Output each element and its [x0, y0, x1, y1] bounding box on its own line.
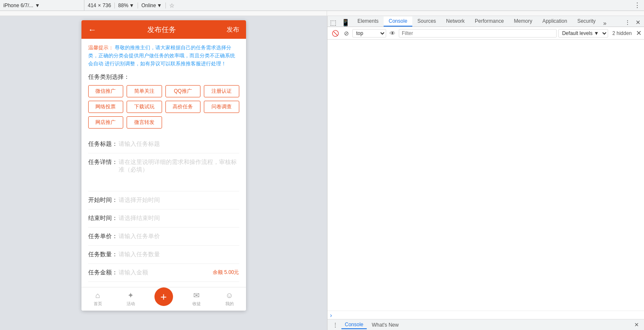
- category-btn-weibo[interactable]: 微言转发: [127, 116, 162, 129]
- bottom-close-icon[interactable]: ✕: [633, 321, 641, 329]
- devtools-tab-actions: ⋮ ✕: [623, 18, 644, 27]
- zoom-value: 88%: [118, 3, 128, 8]
- form-row-amount: 任务金额： 请输入金额 余额 5.00元: [88, 264, 239, 282]
- devtools-panel: ⬚ 📱 Elements Console Sources Network Per…: [327, 16, 644, 330]
- bottom-settings-icon[interactable]: ⋮: [331, 321, 340, 329]
- bottom-nav: ⌂ 首页 ✦ 活动 + ✉ 收徒 ☺ 我的: [81, 287, 246, 311]
- console-prompt-arrow: ›: [330, 312, 332, 319]
- bottom-tab-console[interactable]: Console: [341, 321, 367, 329]
- bookmark-icon[interactable]: ☆: [166, 2, 178, 9]
- category-btn-gaojia[interactable]: 高价任务: [165, 101, 201, 113]
- inspect-icon[interactable]: ⬚: [327, 19, 339, 27]
- device-toggle-icon[interactable]: 📱: [339, 19, 352, 27]
- publish-action-button[interactable]: 发布: [227, 26, 239, 34]
- ruler-left: [0, 11, 327, 16]
- tab-application[interactable]: Application: [537, 16, 572, 27]
- form-row-end-time: 结束时间： 请选择结束时间: [88, 209, 239, 228]
- tab-performance[interactable]: Performance: [470, 16, 509, 27]
- category-btn-wenjuan[interactable]: 问卷调查: [204, 101, 239, 113]
- network-dropdown-icon: ▼: [157, 3, 162, 8]
- app-body: 温馨提示： 尊敬的推推主们，请大家根据自己的任务需求选择分类，正确的分类会提供用…: [81, 39, 246, 287]
- category-btn-weixin[interactable]: 微信推广: [88, 85, 124, 97]
- activity-icon: ✦: [127, 291, 134, 300]
- device-dropdown-icon[interactable]: ▼: [35, 3, 40, 8]
- filter-input[interactable]: [399, 29, 557, 38]
- clear-console-button[interactable]: 🚫: [330, 29, 341, 38]
- nav-receive[interactable]: ✉ 收徒: [180, 287, 213, 311]
- form-row-detail: 任务详情： 请在这里说明详细的需求和操作流程，审核标准（必填）: [88, 153, 239, 191]
- network-value: Online: [141, 3, 156, 8]
- ruler-strip: [0, 11, 644, 16]
- form-label-title: 任务标题：: [88, 140, 119, 148]
- form-input-end-time[interactable]: 请选择结束时间: [119, 215, 239, 222]
- zoom-selector[interactable]: 88% ▼: [115, 3, 138, 8]
- console-body: ›: [327, 40, 644, 319]
- devtools-tabs: ⬚ 📱 Elements Console Sources Network Per…: [327, 16, 644, 27]
- browser-chrome: iPhone 6/7/... ▼ 414 × 736 88% ▼ Online …: [0, 0, 644, 11]
- form-label-end-time: 结束时间：: [88, 215, 119, 222]
- mobile-preview-panel: ← 发布任务 发布 温馨提示： 尊敬的推推主们，请大家根据自己的任务需求选择分类…: [0, 16, 327, 330]
- nav-mine[interactable]: ☺ 我的: [213, 287, 246, 311]
- page-title: 发布任务: [147, 25, 176, 35]
- filter-close-icon[interactable]: ✕: [636, 29, 641, 37]
- tabs-more-icon[interactable]: »: [601, 20, 609, 27]
- tab-console[interactable]: Console: [384, 16, 412, 27]
- eye-icon[interactable]: 👁: [388, 29, 397, 38]
- nav-publish[interactable]: +: [147, 287, 180, 311]
- publish-plus-icon: +: [160, 290, 167, 303]
- network-selector[interactable]: Online ▼: [138, 3, 166, 8]
- tab-sources[interactable]: Sources: [412, 16, 441, 27]
- category-btn-zhuce[interactable]: 注册认证: [204, 85, 239, 97]
- log-levels-selector[interactable]: Default levels ▼: [558, 29, 608, 38]
- devtools-close-icon[interactable]: ✕: [634, 18, 642, 27]
- device-name: iPhone 6/7/...: [3, 3, 33, 8]
- devtools-toolbar: 🚫 ⊘ top 👁 Default levels ▼ 2 hidden ✕: [327, 27, 644, 40]
- tab-elements[interactable]: Elements: [352, 16, 384, 27]
- category-section-title: 任务类别选择：: [88, 73, 239, 81]
- form-input-detail[interactable]: 请在这里说明详细的需求和操作流程，审核标准（必填）: [119, 158, 239, 174]
- form-label-amount: 任务金额：: [88, 269, 119, 276]
- nav-activity[interactable]: ✦ 活动: [114, 287, 147, 311]
- viewport-height: 736: [103, 3, 111, 8]
- form-label-detail: 任务详情：: [88, 158, 119, 166]
- publish-circle-button[interactable]: +: [154, 287, 173, 306]
- category-btn-qq[interactable]: QQ推广: [165, 85, 201, 97]
- bottom-tab-whats-new[interactable]: What's New: [368, 321, 402, 329]
- category-btn-xiazai[interactable]: 下载试玩: [127, 101, 162, 113]
- home-icon: ⌂: [95, 291, 100, 300]
- category-btn-wangdian[interactable]: 网店推广: [88, 116, 124, 129]
- category-btn-guanzhu[interactable]: 简单关注: [127, 85, 162, 97]
- form-label-start-time: 开始时间：: [88, 196, 119, 204]
- form-input-start-time[interactable]: 请选择开始时间: [119, 196, 239, 204]
- viewport-width: 414: [88, 3, 96, 8]
- devtools-settings-icon[interactable]: ⋮: [623, 18, 632, 27]
- viewport-dimensions: 414 × 736: [84, 3, 115, 8]
- warning-notice: 温馨提示： 尊敬的推推主们，请大家根据自己的任务需求选择分类，正确的分类会提供用…: [88, 44, 239, 68]
- tab-network[interactable]: Network: [441, 16, 470, 27]
- nav-activity-label: 活动: [127, 301, 135, 307]
- category-btn-toupiao[interactable]: 网络投票: [88, 101, 124, 113]
- nav-mine-label: 我的: [225, 301, 234, 307]
- device-selector[interactable]: iPhone 6/7/... ▼: [0, 0, 84, 11]
- console-settings-icon[interactable]: ⊘: [342, 29, 351, 38]
- nav-home-label: 首页: [94, 301, 102, 307]
- console-prompt-area: ›: [327, 311, 644, 319]
- form-input-title[interactable]: 请输入任务标题: [119, 140, 239, 148]
- context-selector[interactable]: top: [352, 29, 386, 38]
- form-input-price[interactable]: 请输入任务单价: [119, 233, 239, 240]
- more-icon[interactable]: ⋮: [630, 1, 644, 9]
- balance-display: 余额 5.00元: [213, 269, 239, 276]
- nav-home[interactable]: ⌂ 首页: [81, 287, 114, 311]
- hidden-count[interactable]: 2 hidden: [610, 30, 634, 36]
- receive-icon: ✉: [193, 291, 200, 300]
- back-button[interactable]: ←: [88, 25, 97, 35]
- form-input-count[interactable]: 请输入任务数量: [119, 251, 239, 258]
- tab-memory[interactable]: Memory: [509, 16, 537, 27]
- nav-receive-label: 收徒: [192, 301, 201, 307]
- form-row-start-time: 开始时间： 请选择开始时间: [88, 191, 239, 209]
- zoom-dropdown-icon: ▼: [129, 3, 134, 8]
- tab-security[interactable]: Security: [572, 16, 601, 27]
- mobile-frame: ← 发布任务 发布 温馨提示： 尊敬的推推主们，请大家根据自己的任务需求选择分类…: [81, 20, 246, 311]
- viewport-x: ×: [98, 3, 101, 8]
- console-input[interactable]: [334, 312, 641, 318]
